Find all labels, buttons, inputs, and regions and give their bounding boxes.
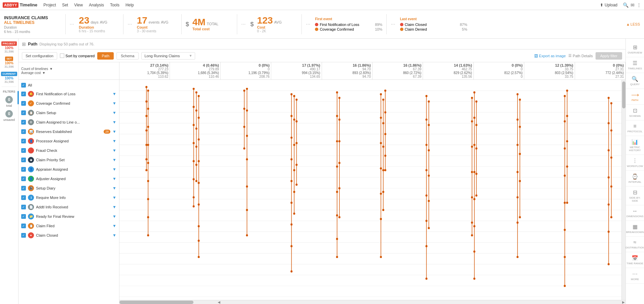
filter-item-10[interactable]: ✓ 📓 Setup Diary ▼	[19, 183, 119, 193]
nav-help[interactable]: Help	[123, 0, 137, 10]
last-event-dots[interactable]: ···	[391, 21, 395, 27]
metric-count[interactable]: Count of timelines ▼	[21, 67, 116, 71]
project-badge[interactable]: PROJECT 100% 31,596	[0, 40, 18, 55]
path-details-button[interactable]: ☰ Path Details	[568, 54, 593, 58]
fi-checkbox-4[interactable]: ✓	[21, 129, 26, 134]
filter-item-7[interactable]: ✓ ◆ Claim Priority Set ▼	[19, 155, 119, 165]
rs-interval[interactable]: ⌚ INTERVAL	[626, 171, 644, 187]
fi-checkbox-8[interactable]: ✓	[21, 167, 26, 172]
filter-item-1[interactable]: ✓ ✓ Coverage Confirmed ▼	[19, 99, 119, 108]
tab-schema-button[interactable]: Schema	[116, 52, 139, 60]
filter-item-5[interactable]: ✓ 👤 Processor Assigned ▼	[19, 136, 119, 146]
chart-area[interactable]: ◀ ▶	[119, 80, 625, 304]
filter-item-11[interactable]: ✓ ℹ Require More Info ▼	[19, 193, 119, 202]
fi-checkbox-12[interactable]: ✓	[21, 205, 26, 209]
export-image-button[interactable]: 🖼 Export as image	[534, 54, 566, 58]
fi-checkbox-1[interactable]: ✓	[21, 101, 26, 106]
filter-item-2[interactable]: ✓ 📋 Claim Setup ▼	[19, 108, 119, 117]
fi-filter-11[interactable]: ▼	[112, 195, 116, 200]
fi-filter-5[interactable]: ▼	[112, 139, 116, 143]
tab-path-button[interactable]: Path	[97, 52, 114, 60]
rs-side-by-side[interactable]: ⊟ SIDE-BY-SIDE	[626, 187, 644, 205]
scroll-left-arrow[interactable]: ◀	[217, 300, 221, 304]
less-button[interactable]: ▲ LESS	[626, 22, 640, 26]
filter-all-checkbox[interactable]: ✓	[21, 83, 26, 88]
fi-checkbox-11[interactable]: ✓	[21, 195, 26, 200]
sort-by-compared-label[interactable]: Sort by compared	[60, 54, 95, 58]
set-config-button[interactable]: Set configuration	[22, 52, 57, 60]
rs-workflow[interactable]: ⋮ WORKFLOW	[626, 155, 644, 171]
count-dots[interactable]: ···	[128, 21, 132, 27]
scroll-right-arrow[interactable]: ▶	[621, 300, 625, 304]
filter-item-14[interactable]: ✓ 📋 Claim Filed ▼	[19, 221, 119, 231]
nav-view[interactable]: View	[71, 0, 85, 10]
fi-filter-4[interactable]: ▼	[112, 129, 116, 134]
vscroll-thumb[interactable]	[622, 81, 625, 108]
filter-item-8[interactable]: ✓ 👤 Appraiser Assigned ▼	[19, 165, 119, 174]
filter-item-15[interactable]: ✓ ● Claim Closed ▼	[19, 231, 119, 240]
avg-dots[interactable]: ···	[241, 21, 246, 27]
apply-filter-button[interactable]: Apply filter	[596, 52, 622, 60]
fi-filter-6[interactable]: ▼	[112, 148, 116, 153]
rs-time-range[interactable]: 📅 TIME RANGE	[626, 252, 644, 268]
rs-schema[interactable]: ⊡ SCHEMA	[626, 105, 644, 121]
nav-set[interactable]: Set	[59, 0, 71, 10]
fi-checkbox-0[interactable]: ✓	[21, 92, 26, 96]
hscroll-thumb[interactable]	[119, 301, 193, 304]
rs-dimensions[interactable]: ↔ DIMENSIONS	[626, 205, 644, 221]
fi-checkbox-5[interactable]: ✓	[21, 139, 26, 143]
rs-distribution[interactable]: ≈ DISTRIBUTION	[626, 237, 644, 252]
rs-breakdown[interactable]: ▦ BREAKDOWN	[626, 221, 644, 237]
fi-filter-1[interactable]: ▼	[112, 101, 116, 106]
sort-checkbox[interactable]	[60, 54, 64, 58]
rs-overview[interactable]: ⊞ OVERVIEW	[626, 41, 644, 57]
unsaved-filter-circle[interactable]: 0	[5, 110, 13, 117]
upload-button[interactable]: ⬆ Upload	[597, 3, 621, 7]
rs-query[interactable]: 🔍 QUERY	[626, 73, 644, 89]
first-event-dots[interactable]: ···	[306, 21, 310, 27]
rs-path[interactable]: ⟶ PATH	[626, 89, 644, 105]
filter-item-0[interactable]: ✓ 🔔 First Notification of Loss ▼	[19, 89, 119, 99]
search-icon[interactable]: 🔍	[623, 2, 629, 8]
nav-tools[interactable]: Tools	[107, 0, 122, 10]
set-badge[interactable]: SET 100% 31,596	[0, 55, 18, 70]
fi-filter-13[interactable]: ▼	[112, 214, 116, 219]
fi-checkbox-10[interactable]: ✓	[21, 186, 26, 191]
filter-item-all[interactable]: ✓ All	[19, 81, 119, 89]
filter-item-4[interactable]: ✓ 📊 Reserves Established 28 ▼	[19, 127, 119, 136]
fi-filter-7[interactable]: ▼	[112, 158, 116, 162]
chart-vertical-scrollbar[interactable]	[621, 80, 625, 300]
rs-more[interactable]: ⋯ MORE	[626, 268, 644, 284]
fi-checkbox-9[interactable]: ✓	[21, 176, 26, 181]
fi-filter-10[interactable]: ▼	[112, 186, 116, 191]
fi-checkbox-14[interactable]: ✓	[21, 224, 26, 228]
fi-checkbox-6[interactable]: ✓	[21, 148, 26, 153]
filter-item-3[interactable]: ✓ ⚙ Claim Assigned to Line o... ▼	[19, 117, 119, 127]
total-filter-circle[interactable]: 0	[5, 96, 13, 103]
mail-icon[interactable]: ✉	[631, 2, 635, 8]
rs-timelines[interactable]: ☰ TIMELINES	[626, 57, 644, 73]
fi-filter-14[interactable]: ▼	[112, 224, 116, 228]
nav-project[interactable]: Project	[41, 0, 59, 10]
fi-checkbox-7[interactable]: ✓	[21, 158, 26, 162]
fi-filter-15[interactable]: ▼	[112, 233, 116, 238]
filter-item-6[interactable]: ✓ 🚫 Fraud Check ▼	[19, 146, 119, 155]
fi-checkbox-15[interactable]: ✓	[21, 233, 26, 238]
filter-item-13[interactable]: ✓ 📁 Ready for Final Review ▼	[19, 212, 119, 221]
metric-cost[interactable]: Average cost ▼	[21, 71, 116, 75]
more-icon[interactable]: ⋮	[637, 2, 641, 8]
rs-metric-history[interactable]: 📊 METRIC HISTORY	[626, 136, 644, 155]
fi-checkbox-13[interactable]: ✓	[21, 214, 26, 219]
rs-protocol[interactable]: ≡ PROTOCOL	[626, 121, 644, 136]
fi-filter-8[interactable]: ▼	[112, 167, 116, 172]
fi-filter-2[interactable]: ▼	[112, 110, 116, 115]
fi-checkbox-3[interactable]: ✓	[21, 120, 26, 125]
fi-filter-3[interactable]: ▼	[112, 120, 116, 125]
filter-item-9[interactable]: ✓ 👤 Adjuster Assigned ▼	[19, 174, 119, 183]
filter-dropdown[interactable]: Long Running Claims ▼	[141, 52, 195, 60]
fi-filter-9[interactable]: ▼	[112, 176, 116, 181]
fi-filter-0[interactable]: ▼	[112, 92, 116, 96]
fi-filter-12[interactable]: ▼	[112, 205, 116, 209]
duration-dots[interactable]: ···	[70, 21, 74, 27]
fi-checkbox-2[interactable]: ✓	[21, 110, 26, 115]
